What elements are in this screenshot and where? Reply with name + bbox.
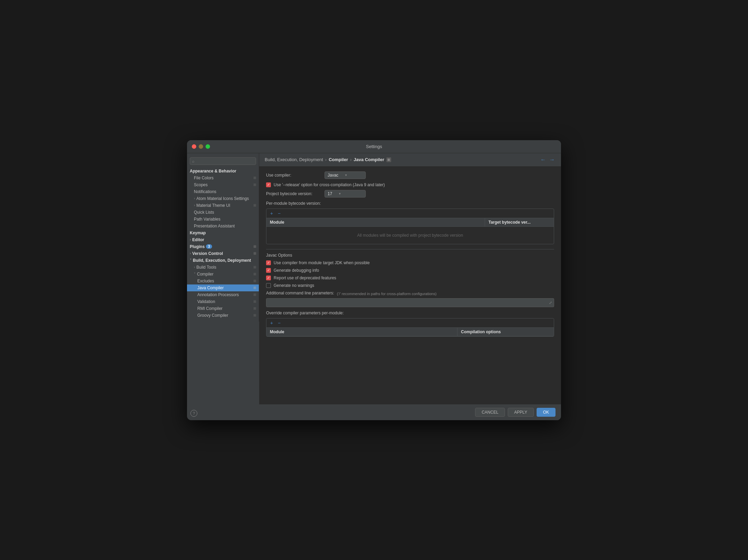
right-panel: Build, Execution, Deployment › Compiler … — [259, 153, 561, 420]
sidebar-item-quick-lists[interactable]: Quick Lists — [187, 209, 259, 216]
sidebar-label: Notifications — [194, 189, 216, 194]
override-label: Override compiler parameters per-module: — [266, 311, 554, 315]
panel-header: Build, Execution, Deployment › Compiler … — [259, 153, 561, 167]
ok-button[interactable]: OK — [537, 408, 556, 417]
arrow-icon: › — [194, 265, 195, 269]
sidebar-item-java-compiler[interactable]: Java Compiler ⊞ — [187, 284, 259, 291]
search-input[interactable] — [196, 159, 254, 164]
remove-module-button-2[interactable]: − — [276, 320, 282, 326]
sidebar-item-path-variables[interactable]: Path Variables — [187, 216, 259, 223]
breadcrumb-pin-icon[interactable]: ⊞ — [386, 157, 391, 162]
main-content: ⌕ Appearance & Behavior File Colors ⊞ Sc… — [187, 153, 561, 420]
window-title: Settings — [366, 144, 382, 149]
use-compiler-value: Javac — [328, 173, 338, 178]
pin-icon: ⊞ — [253, 306, 256, 310]
additional-cmd-hint: ('/' recommended in paths for cross-plat… — [337, 292, 437, 296]
opt2-checkbox[interactable]: ✓ — [266, 268, 271, 273]
table-body: All modules will be compiled with projec… — [266, 227, 554, 244]
module-column-header: Module — [266, 218, 485, 226]
close-button[interactable] — [192, 144, 196, 149]
sidebar-item-editor[interactable]: › Editor — [187, 236, 259, 243]
nav-back-button[interactable]: ← — [540, 156, 547, 164]
opt1-label: Use compiler from module target JDK when… — [274, 260, 370, 265]
breadcrumb: Build, Execution, Deployment › Compiler … — [265, 157, 391, 162]
sidebar-item-keymap[interactable]: Keymap — [187, 229, 259, 236]
sidebar-item-version-control[interactable]: › Version Control ⊞ — [187, 250, 259, 257]
sidebar-label: Path Variables — [194, 217, 220, 222]
maximize-button[interactable] — [206, 144, 210, 149]
opt1-checkbox[interactable]: ✓ — [266, 260, 271, 265]
opt4-label: Generate no warnings — [274, 283, 314, 288]
sidebar-label: Version Control — [192, 251, 223, 256]
sidebar-item-presentation-assistant[interactable]: Presentation Assistant — [187, 223, 259, 229]
sidebar-item-material-theme[interactable]: › Material Theme UI ⊞ — [187, 202, 259, 209]
javac-options-label: Javac Options — [266, 253, 554, 258]
sidebar-label: Plugins — [190, 244, 205, 249]
breadcrumb-sep2: › — [350, 157, 352, 162]
sidebar-item-notifications[interactable]: Notifications — [187, 188, 259, 195]
pin-icon: ⊞ — [253, 265, 256, 269]
sidebar-label: Build Tools — [196, 265, 216, 270]
table-toolbar-2: + − — [266, 318, 554, 328]
bytecode-version-value: 17 — [328, 191, 332, 196]
sidebar-item-atom-material[interactable]: › Atom Material Icons Settings — [187, 195, 259, 202]
opt3-row: ✓ Report use of deprecated features — [266, 276, 554, 280]
pin-icon: ⊞ — [253, 203, 256, 207]
opt3-checkbox[interactable]: ✓ — [266, 276, 271, 280]
cmd-input-wrapper: ⤢ — [266, 298, 554, 307]
pin-icon: ⊞ — [253, 313, 256, 317]
sidebar-label: Build, Execution, Deployment — [193, 258, 251, 263]
sidebar-item-scopes[interactable]: Scopes ⊞ — [187, 181, 259, 188]
table-empty-message: All modules will be compiled with projec… — [352, 227, 469, 243]
sidebar-label: Compiler — [197, 272, 213, 277]
sidebar: ⌕ Appearance & Behavior File Colors ⊞ Sc… — [187, 153, 259, 322]
title-bar: Settings — [187, 140, 561, 153]
expand-icon[interactable]: ⤢ — [549, 301, 552, 305]
sidebar-item-rmi-compiler[interactable]: RMI Compiler ⊞ — [187, 305, 259, 312]
sidebar-label: Appearance & Behavior — [190, 169, 236, 173]
nav-arrows: ← → — [540, 156, 556, 164]
help-button[interactable]: ? — [190, 410, 197, 417]
opt2-label: Generate debugging info — [274, 268, 319, 273]
minimize-button[interactable] — [199, 144, 203, 149]
cancel-button[interactable]: CANCEL — [475, 408, 505, 417]
pin-icon: ⊞ — [253, 286, 256, 290]
opt1-row: ✓ Use compiler from module target JDK wh… — [266, 260, 554, 265]
pin-icon: ⊞ — [253, 279, 256, 283]
search-box[interactable]: ⌕ — [190, 157, 256, 165]
apply-button[interactable]: APPLY — [508, 408, 534, 417]
add-module-button-2[interactable]: + — [268, 320, 275, 326]
nav-forward-button[interactable]: → — [549, 156, 556, 164]
sidebar-item-build-tools[interactable]: › Build Tools ⊞ — [187, 264, 259, 271]
sidebar-item-excludes[interactable]: Excludes ⊞ — [187, 278, 259, 284]
cross-compile-checkbox[interactable]: ✓ — [266, 182, 271, 187]
breadcrumb-part2: Compiler — [329, 157, 348, 162]
opt4-checkbox[interactable] — [266, 283, 271, 288]
sidebar-label: Validation — [197, 299, 215, 304]
sidebar-label: Scopes — [194, 182, 208, 187]
add-module-button[interactable]: + — [268, 210, 275, 216]
additional-cmd-input[interactable] — [266, 298, 554, 307]
sidebar-item-groovy-compiler[interactable]: Groovy Compiler ⊞ — [187, 312, 259, 319]
bytecode-version-dropdown[interactable]: 17 ▾ — [324, 190, 366, 198]
sidebar-item-plugins[interactable]: Plugins 3 ⊞ — [187, 243, 259, 250]
sidebar-item-validation[interactable]: Validation ⊞ — [187, 298, 259, 305]
cross-compile-label: Use '--release' option for cross-compila… — [274, 182, 385, 187]
pin-icon: ⊞ — [253, 272, 256, 276]
use-compiler-dropdown[interactable]: Javac ▾ — [324, 171, 366, 179]
sidebar-item-annotation-processors[interactable]: Annotation Processors ⊞ — [187, 291, 259, 298]
dropdown-arrow-icon: ▾ — [345, 173, 347, 177]
opt2-row: ✓ Generate debugging info — [266, 268, 554, 273]
plugins-badge: 3 — [206, 244, 212, 249]
table-header: Module Target bytecode ver... — [266, 218, 554, 227]
sidebar-item-build-execution[interactable]: ˅ Build, Execution, Deployment — [187, 257, 259, 264]
pin-icon: ⊞ — [253, 300, 256, 303]
table-toolbar: + − — [266, 209, 554, 218]
opt3-label: Report use of deprecated features — [274, 276, 336, 280]
sidebar-item-appearance-behavior[interactable]: Appearance & Behavior — [187, 168, 259, 175]
sidebar-label: Quick Lists — [194, 210, 214, 215]
sidebar-item-compiler[interactable]: ˅ Compiler ⊞ — [187, 271, 259, 278]
remove-module-button[interactable]: − — [276, 210, 282, 216]
arrow-icon: › — [194, 203, 195, 207]
sidebar-item-file-colors[interactable]: File Colors ⊞ — [187, 175, 259, 181]
